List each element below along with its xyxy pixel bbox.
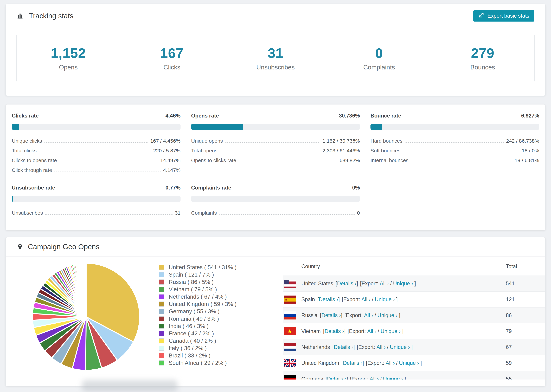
tracking-stats-header: Tracking stats Export basic stats bbox=[6, 4, 545, 28]
export-all-link[interactable]: All › bbox=[361, 296, 370, 302]
geo-table: Country Total United States [ Details › … bbox=[283, 257, 545, 379]
legend-swatch bbox=[159, 324, 164, 329]
country-row-line: United Kingdom [ Details › ] [ Export: A… bbox=[301, 360, 506, 366]
export-all-link[interactable]: All › bbox=[370, 376, 379, 379]
summary-stat-card: 0 Complaints bbox=[327, 34, 431, 82]
rate-detail-label: Unsubscribes bbox=[12, 210, 43, 217]
rate-detail-row: Total opens 2,303 / 61.446% bbox=[191, 145, 360, 155]
dotted-leader bbox=[59, 162, 158, 162]
complaints-rate-section: Complaints rate 0% Complaints 0 bbox=[191, 185, 360, 217]
rate-detail-value: 31 bbox=[175, 210, 181, 217]
rate-detail-row: Complaints 0 bbox=[191, 207, 360, 217]
clicks-rate-section: Clicks rate 4.46% Unique clicks 167 / 4.… bbox=[12, 113, 181, 175]
export-basic-stats-button[interactable]: Export basic stats bbox=[473, 10, 534, 21]
bracket: [ bbox=[350, 376, 352, 379]
summary-stat-card: 31 Unsubscribes bbox=[224, 34, 327, 82]
details-link[interactable]: Details › bbox=[343, 360, 362, 366]
rate-detail-label: Click through rate bbox=[12, 167, 52, 175]
rate-detail-row: Hard bounces 242 / 86.738% bbox=[370, 135, 539, 145]
bracket: ] bbox=[341, 312, 342, 318]
stat-label: Opens bbox=[59, 64, 78, 71]
tracking-stats-panel: Tracking stats Export basic stats 1,152 … bbox=[6, 4, 545, 96]
details-link[interactable]: Details › bbox=[334, 344, 353, 350]
details-link[interactable]: Details › bbox=[327, 376, 346, 379]
export-unique-link[interactable]: Unique › bbox=[383, 376, 403, 379]
country-row-line: Vietnam [ Details › ] [ Export: All › / … bbox=[301, 328, 506, 334]
country-total: 55 bbox=[506, 376, 545, 379]
stat-label: Bounces bbox=[470, 64, 495, 71]
country-flag-icon bbox=[284, 311, 296, 320]
legend-item: Spain ( 121 / 7% ) bbox=[159, 272, 236, 278]
geo-table-header-country: Country bbox=[283, 263, 506, 270]
details-link[interactable]: Details › bbox=[325, 328, 344, 334]
rate-detail-value: 2,303 / 61.446% bbox=[322, 148, 360, 155]
country-row-line: Spain [ Details › ] [ Export: All › / Un… bbox=[301, 296, 506, 302]
legend-swatch bbox=[159, 338, 164, 343]
dotted-leader bbox=[219, 214, 354, 215]
details-link[interactable]: Details › bbox=[337, 280, 357, 287]
country-flag-icon bbox=[284, 280, 296, 288]
geo-table-header: Country Total bbox=[283, 257, 545, 275]
rates-wrap: Clicks rate 4.46% Unique clicks 167 / 4.… bbox=[6, 105, 545, 217]
complaints-rate-details: Complaints 0 bbox=[191, 207, 360, 217]
bracket: ] bbox=[420, 360, 422, 366]
bracket: [ bbox=[317, 296, 319, 302]
country-name: United Kingdom bbox=[301, 360, 339, 366]
export-all-link[interactable]: All › bbox=[364, 312, 373, 318]
rate-detail-label: Opens to clicks rate bbox=[191, 158, 236, 165]
unsubscribe-rate-details: Unsubscribes 31 bbox=[12, 207, 181, 217]
geo-table-row: Netherlands [ Details › ] [ Export: All … bbox=[283, 339, 545, 355]
details-link[interactable]: Details › bbox=[319, 296, 338, 302]
export-all-link[interactable]: All › bbox=[376, 344, 386, 350]
export-button-label: Export basic stats bbox=[487, 13, 529, 19]
bracket: [ bbox=[347, 328, 349, 334]
map-marker-icon bbox=[17, 243, 23, 251]
details-link[interactable]: Details › bbox=[321, 312, 341, 318]
export-unique-link[interactable]: Unique › bbox=[377, 312, 397, 318]
unsubscribe-rate-progress-fill bbox=[12, 196, 13, 202]
bounce-rate-progressbar bbox=[370, 124, 539, 130]
legend-label: Romania ( 49 / 3% ) bbox=[169, 315, 219, 322]
rate-detail-row: Unique opens 1,152 / 30.736% bbox=[191, 135, 360, 145]
complaints-rate-title: Complaints rate bbox=[191, 185, 231, 191]
slash-divider: / bbox=[387, 344, 389, 350]
export-label: Export: bbox=[361, 280, 378, 287]
bracket: ] bbox=[346, 376, 348, 379]
legend-label: France ( 42 / 2% ) bbox=[169, 330, 214, 337]
legend-swatch bbox=[159, 309, 164, 314]
bracket: [ bbox=[357, 344, 358, 350]
country-flag-icon bbox=[284, 359, 296, 367]
export-unique-link[interactable]: Unique › bbox=[399, 360, 419, 366]
bracket: [ bbox=[325, 376, 327, 379]
rate-detail-label: Soft bounces bbox=[370, 148, 400, 155]
bracket: ] bbox=[411, 344, 413, 350]
export-unique-link[interactable]: Unique › bbox=[375, 296, 395, 302]
legend-swatch bbox=[159, 346, 164, 351]
rate-detail-label: Unique clicks bbox=[12, 138, 42, 145]
legend-label: Germany ( 55 / 3% ) bbox=[169, 308, 219, 315]
clicks-rate-details: Unique clicks 167 / 4.456% Total clicks … bbox=[12, 135, 181, 175]
rates-panel: Clicks rate 4.46% Unique clicks 167 / 4.… bbox=[6, 104, 545, 230]
country-row-line: Germany [ Details › ] [ Export: All › / … bbox=[301, 376, 506, 379]
export-unique-link[interactable]: Unique › bbox=[390, 344, 410, 350]
complaints-rate-percent: 0% bbox=[352, 185, 360, 191]
bracket: [ bbox=[366, 360, 367, 366]
export-all-link[interactable]: All › bbox=[380, 280, 389, 287]
legend-swatch bbox=[159, 272, 164, 277]
export-all-link[interactable]: All › bbox=[367, 328, 376, 334]
export-unique-link[interactable]: Unique › bbox=[393, 280, 413, 287]
country-total: 79 bbox=[506, 328, 545, 334]
bounce-rate-progress-fill bbox=[370, 124, 382, 130]
export-unique-link[interactable]: Unique › bbox=[381, 328, 401, 334]
stat-value: 0 bbox=[375, 45, 383, 61]
export-all-link[interactable]: All › bbox=[386, 360, 395, 366]
rate-detail-value: 1,152 / 30.736% bbox=[322, 138, 360, 145]
legend-swatch bbox=[159, 265, 164, 270]
legend-label: Vietnam ( 79 / 5% ) bbox=[169, 286, 217, 293]
opens-rate-details: Unique opens 1,152 / 30.736% Total opens… bbox=[191, 135, 360, 165]
opens-rate-title: Opens rate bbox=[191, 113, 219, 119]
legend-label: Spain ( 121 / 7% ) bbox=[169, 271, 214, 278]
unsubscribe-rate-progressbar bbox=[12, 196, 181, 202]
bracket: ] bbox=[344, 328, 346, 334]
export-label: Export: bbox=[349, 328, 366, 334]
